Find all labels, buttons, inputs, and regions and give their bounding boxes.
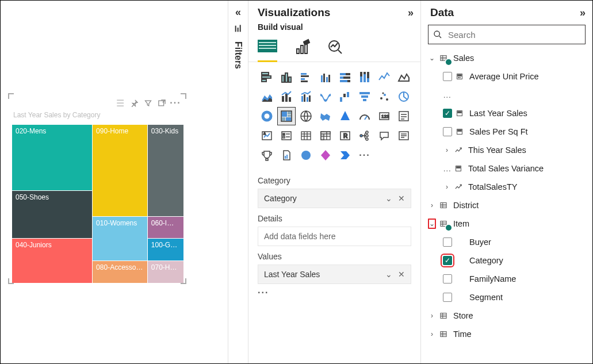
viz-type-stacked-column[interactable] [277, 68, 296, 86]
viz-type-power-apps[interactable] [316, 146, 335, 164]
search-input[interactable] [447, 29, 580, 40]
viz-type-waterfall[interactable] [336, 87, 354, 106]
chevron-right-icon[interactable]: › [428, 330, 436, 338]
field-category[interactable]: ✓ Category [426, 251, 590, 270]
field-this-year-sales[interactable]: › This Year Sales [426, 141, 590, 159]
treemap-cell-group[interactable]: 100-G… [148, 239, 183, 260]
viz-type-paginated[interactable] [277, 146, 296, 164]
collapse-data-icon[interactable]: » [580, 7, 586, 19]
search-input-wrapper[interactable] [428, 25, 586, 44]
well-category[interactable]: Category ⌄ ✕ [258, 189, 411, 208]
filters-pane-collapsed[interactable]: « Filters [228, 1, 248, 363]
expand-filters-icon[interactable]: « [235, 6, 241, 18]
table-item[interactable]: ⌄ Item [426, 214, 590, 233]
viz-type-donut[interactable] [258, 107, 276, 125]
viz-type-100-stacked-bar[interactable] [336, 68, 354, 86]
chevron-right-icon[interactable]: › [428, 312, 436, 320]
tab-format-visual[interactable] [293, 39, 311, 62]
resize-handle-tr[interactable] [181, 93, 186, 99]
viz-type-stacked-bar[interactable] [258, 68, 276, 86]
treemap-cell-womens[interactable]: 010-Womens [93, 217, 147, 261]
drag-handle-icon[interactable]: ☰ [116, 98, 125, 108]
viz-type-decomposition-tree[interactable] [355, 127, 374, 145]
viz-type-arcgis[interactable] [297, 146, 315, 164]
chevron-down-icon[interactable]: ⌄ [385, 194, 392, 203]
viz-type-clustered-bar[interactable] [297, 68, 315, 86]
tab-build-visual[interactable] [258, 37, 277, 62]
viz-type-map[interactable] [297, 107, 315, 125]
viz-type-stacked-area[interactable] [258, 87, 276, 106]
remove-field-icon[interactable]: ✕ [398, 194, 405, 203]
remove-field-icon[interactable]: ✕ [398, 270, 405, 279]
field-family-name[interactable]: FamilyName [426, 270, 590, 288]
viz-type-r-visual[interactable]: R [336, 127, 354, 145]
filter-icon[interactable] [143, 98, 152, 108]
well-values[interactable]: Last Year Sales ⌄ ✕ [258, 265, 411, 284]
treemap-cell-mens[interactable]: 020-Mens [12, 125, 92, 190]
checkbox[interactable] [443, 237, 452, 247]
viz-get-more-visuals[interactable]: ··· [355, 146, 374, 164]
checkbox[interactable] [443, 127, 452, 136]
checkbox[interactable] [443, 274, 452, 283]
treemap-cell-kids[interactable]: 030-Kids [148, 125, 183, 216]
viz-type-narrative[interactable] [395, 127, 413, 145]
treemap-cell-intimate[interactable]: 060-I… [148, 217, 183, 239]
field-total-sales-variance[interactable]: … Total Sales Variance [426, 159, 590, 178]
field-more-row[interactable]: … [426, 86, 590, 104]
viz-type-clustered-column[interactable] [316, 68, 335, 86]
more-options-icon[interactable]: ··· [171, 98, 180, 108]
viz-type-ribbon[interactable] [316, 87, 335, 106]
checkbox[interactable] [443, 293, 452, 302]
chevron-right-icon[interactable]: › [443, 146, 451, 154]
viz-type-line-stacked-column[interactable] [277, 87, 296, 106]
field-avg-unit-price[interactable]: Average Unit Price [426, 67, 590, 86]
checkbox[interactable]: ✓ [443, 256, 452, 265]
checkbox[interactable] [443, 72, 452, 81]
viz-type-scatter[interactable] [375, 87, 393, 106]
field-last-year-sales[interactable]: ✓ Last Year Sales [426, 104, 590, 122]
viz-type-kpi[interactable]: Δ [258, 127, 276, 145]
treemap-cell-juniors[interactable]: 040-Juniors [12, 239, 92, 283]
report-canvas[interactable]: ☰ ··· Last Year Sales by Category 020-Me… [1, 1, 228, 363]
viz-type-slicer[interactable] [277, 127, 296, 145]
focus-mode-icon[interactable] [157, 98, 166, 108]
checkbox[interactable]: ✓ [443, 109, 452, 118]
table-time[interactable]: › Time [426, 325, 590, 343]
viz-type-table[interactable] [297, 127, 315, 145]
chevron-down-icon[interactable]: ⌄ [428, 54, 436, 62]
viz-type-matrix[interactable] [316, 127, 335, 145]
viz-type-pie[interactable] [395, 87, 413, 106]
treemap-cell-shoes[interactable]: 050-Shoes [12, 191, 92, 238]
treemap-cell-home[interactable]: 090-Home [93, 125, 147, 216]
viz-type-power-automate[interactable] [336, 146, 354, 164]
treemap-visual[interactable]: ☰ ··· Last Year Sales by Category 020-Me… [9, 94, 186, 283]
field-sales-per-sq-ft[interactable]: Sales Per Sq Ft [426, 122, 590, 141]
viz-type-goals[interactable] [258, 146, 276, 164]
collapse-visualizations-icon[interactable]: » [408, 7, 414, 19]
chevron-right-icon[interactable]: › [443, 183, 451, 191]
chevron-right-icon[interactable]: › [428, 201, 436, 209]
chevron-down-icon[interactable]: ⌄ [385, 270, 392, 279]
viz-type-line-clustered-column[interactable] [297, 87, 315, 106]
viz-type-treemap[interactable] [277, 107, 296, 125]
viz-type-qa[interactable] [375, 127, 393, 145]
field-segment[interactable]: Segment [426, 288, 590, 306]
pin-icon[interactable] [129, 98, 139, 108]
resize-handle-tl[interactable] [8, 93, 14, 99]
viz-type-funnel[interactable] [355, 87, 374, 106]
well-details[interactable]: Add data fields here [258, 227, 411, 246]
viz-type-filled-map[interactable] [316, 107, 335, 125]
table-district[interactable]: › District [426, 196, 590, 214]
treemap-cell-hosiery[interactable]: 070-H… [148, 261, 183, 283]
tab-analytics[interactable] [327, 39, 344, 62]
viz-type-line[interactable] [375, 68, 393, 86]
table-store[interactable]: › Store [426, 306, 590, 325]
viz-type-card[interactable]: 123 [375, 107, 393, 125]
viz-type-gauge[interactable] [355, 107, 374, 125]
treemap-cell-accessories[interactable]: 080-Accesso… [93, 261, 147, 283]
viz-type-azure-map[interactable] [336, 107, 354, 125]
field-buyer[interactable]: Buyer [426, 233, 590, 251]
viz-type-area[interactable] [395, 68, 413, 86]
viz-type-multi-row-card[interactable] [395, 107, 413, 125]
table-sales[interactable]: ⌄ Sales [426, 49, 590, 67]
